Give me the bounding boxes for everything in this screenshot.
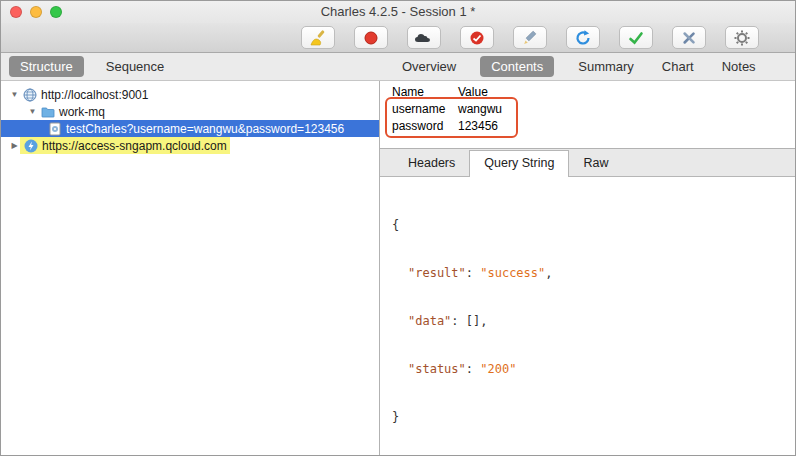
main-content: ▼ http://localhost:9001 ▼ work-mq testCh… — [1, 81, 795, 456]
left-panel-tabs: Structure Sequence — [1, 53, 380, 80]
check-icon — [627, 29, 645, 47]
param-name: username — [392, 102, 458, 116]
tab-contents[interactable]: Contents — [480, 56, 554, 77]
tab-structure[interactable]: Structure — [9, 56, 84, 77]
tree-item-localhost[interactable]: ▼ http://localhost:9001 — [1, 86, 379, 103]
param-name: password — [392, 119, 458, 133]
tabstrip: Structure Sequence Overview Contents Sum… — [1, 53, 795, 81]
charles-window: Charles 4.2.5 - Session 1 * — [0, 0, 796, 456]
json-close-brace: } — [392, 410, 399, 424]
json-tail: , — [545, 266, 552, 280]
tools-icon — [680, 29, 698, 47]
globe-icon — [22, 87, 37, 102]
json-value: "200" — [480, 362, 516, 376]
json-key: "status" — [408, 362, 466, 376]
repeat-button[interactable] — [566, 26, 600, 49]
search-highlight: https://access-sngapm.qcloud.com — [20, 137, 230, 154]
tab-notes[interactable]: Notes — [718, 56, 760, 77]
json-key: "data" — [408, 314, 451, 328]
query-params-table: Name Value username wangwu password 1234… — [380, 81, 795, 148]
tree-item-testcharles[interactable]: testCharles?username=wangwu&password=123… — [1, 120, 379, 137]
json-key: "result" — [408, 266, 466, 280]
json-tail: [], — [466, 314, 488, 328]
json-sep: : — [451, 314, 465, 328]
tab-query-string[interactable]: Query String — [469, 150, 569, 177]
column-header-name: Name — [392, 85, 458, 99]
param-value: wangwu — [458, 102, 502, 116]
throttle-icon — [414, 31, 434, 45]
right-panel-tabs: Overview Contents Summary Chart Notes — [380, 53, 795, 80]
pencil-icon — [521, 29, 539, 47]
throttle-button[interactable] — [407, 26, 441, 49]
record-icon — [362, 29, 380, 47]
broom-icon — [309, 29, 327, 47]
json-sep: : — [466, 266, 480, 280]
json-sep: : — [466, 362, 480, 376]
request-icon — [47, 121, 62, 136]
tab-summary[interactable]: Summary — [574, 56, 638, 77]
close-button[interactable] — [10, 6, 22, 18]
table-header: Name Value — [392, 84, 795, 100]
minimize-button[interactable] — [30, 6, 42, 18]
toolbar — [1, 23, 795, 53]
response-json: { "result": "success", "data": [], "stat… — [380, 177, 795, 456]
repeat-icon — [574, 29, 592, 47]
settings-button[interactable] — [725, 26, 759, 49]
param-value: 123456 — [458, 119, 498, 133]
tree-item-work-mq[interactable]: ▼ work-mq — [1, 103, 379, 120]
disclosure-expanded-icon[interactable]: ▼ — [27, 107, 38, 116]
gear-icon — [733, 29, 751, 47]
tree-item-qcloud[interactable]: ▶ https://access-sngapm.qcloud.com — [1, 137, 379, 154]
tab-headers[interactable]: Headers — [394, 151, 469, 176]
json-line: "data": [], — [392, 313, 795, 329]
tools-button[interactable] — [672, 26, 706, 49]
compose-button[interactable] — [513, 26, 547, 49]
table-row[interactable]: password 123456 — [392, 117, 795, 134]
tree-item-label: testCharles?username=wangwu&password=123… — [66, 122, 344, 136]
record-button[interactable] — [354, 26, 388, 49]
folder-icon — [40, 104, 55, 119]
contents-pane: Name Value username wangwu password 1234… — [380, 81, 795, 456]
bolt-icon — [23, 138, 38, 153]
titlebar: Charles 4.2.5 - Session 1 * — [1, 1, 795, 23]
traffic-lights — [10, 6, 62, 18]
tree-item-label: work-mq — [59, 105, 105, 119]
window-title: Charles 4.2.5 - Session 1 * — [1, 1, 795, 23]
zoom-button[interactable] — [50, 6, 62, 18]
structure-tree: ▼ http://localhost:9001 ▼ work-mq testCh… — [1, 81, 380, 456]
json-open-brace: { — [392, 218, 399, 232]
validate-button[interactable] — [619, 26, 653, 49]
tree-item-label: http://localhost:9001 — [41, 88, 148, 102]
breakpoints-icon — [468, 29, 486, 47]
json-value: "success" — [480, 266, 545, 280]
disclosure-collapsed-icon[interactable]: ▶ — [9, 141, 20, 150]
json-line: "status": "200" — [392, 361, 795, 377]
tree-item-label: https://access-sngapm.qcloud.com — [42, 139, 227, 153]
disclosure-expanded-icon[interactable]: ▼ — [9, 90, 20, 99]
table-row[interactable]: username wangwu — [392, 100, 795, 117]
json-line: "result": "success", — [392, 265, 795, 281]
tab-overview[interactable]: Overview — [398, 56, 460, 77]
tab-chart[interactable]: Chart — [658, 56, 698, 77]
tab-raw[interactable]: Raw — [569, 151, 622, 176]
breakpoints-button[interactable] — [460, 26, 494, 49]
response-pane: Headers Query String Raw { "result": "su… — [380, 148, 795, 456]
column-header-value: Value — [458, 85, 488, 99]
tab-sequence[interactable]: Sequence — [102, 56, 169, 77]
response-tabs: Headers Query String Raw — [380, 149, 795, 177]
clear-session-button[interactable] — [301, 26, 335, 49]
